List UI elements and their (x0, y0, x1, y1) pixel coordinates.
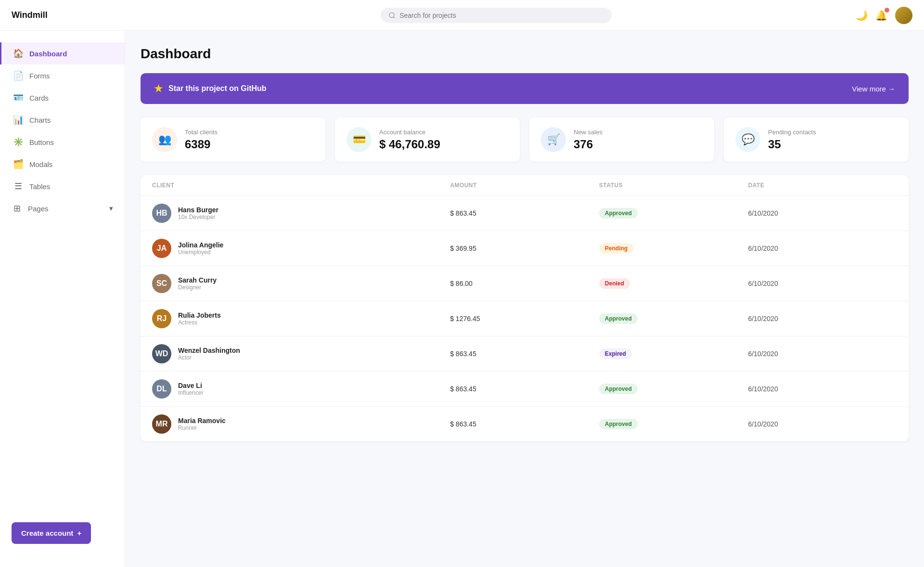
stat-card-pending-contacts: 💬 Pending contacts 35 (724, 117, 909, 162)
avatar-initials: MR (152, 414, 171, 434)
notifications-icon[interactable]: 🔔 (875, 10, 887, 21)
status-cell: Approved (599, 208, 748, 219)
create-account-button[interactable]: Create account + (12, 522, 91, 544)
client-role: Runner (178, 425, 226, 431)
status-badge: Expired (599, 348, 632, 359)
total-clients-label: Total clients (185, 129, 218, 136)
avatar-initials: RJ (152, 309, 171, 328)
table-row[interactable]: HB Hans Burger 10x Developer $ 863.45 Ap… (141, 196, 909, 231)
brand-logo: Windmill (12, 10, 137, 20)
date-cell: 6/10/2020 (748, 245, 897, 252)
client-name: Hans Burger (178, 206, 218, 214)
nav-pages-left: ⊞ Pages (12, 203, 49, 214)
avatar-initials: DL (152, 379, 171, 399)
topnav: Windmill 🌙 🔔 (0, 0, 924, 31)
date-cell: 6/10/2020 (748, 420, 897, 428)
total-clients-info: Total clients 6389 (185, 129, 218, 151)
chevron-down-icon: ▾ (109, 204, 113, 213)
client-name: Wenzel Dashington (178, 347, 240, 354)
main-content: Dashboard ★ Star this project on GitHub … (125, 31, 924, 567)
user-avatar[interactable] (895, 7, 912, 24)
sidebar-item-dashboard[interactable]: 🏠 Dashboard (0, 42, 125, 64)
page-title: Dashboard (141, 46, 909, 62)
search-container (137, 8, 856, 23)
avatar-initials: HB (152, 204, 171, 223)
sidebar-item-label-dashboard: Dashboard (29, 50, 67, 58)
client-avatar: MR (152, 414, 171, 434)
col-status: STATUS (599, 182, 748, 189)
sidebar-item-buttons[interactable]: ✳️ Buttons (0, 131, 125, 153)
table-row[interactable]: SC Sarah Curry Designer $ 86.00 Denied 6… (141, 266, 909, 301)
sidebar-item-tables[interactable]: ☰ Tables (0, 175, 125, 197)
client-role: Actress (178, 319, 221, 326)
new-sales-label: New sales (574, 129, 603, 136)
client-name: Jolina Angelie (178, 241, 223, 249)
amount-cell: $ 863.45 (450, 385, 599, 393)
date-cell: 6/10/2020 (748, 350, 897, 358)
charts-icon: 📊 (13, 115, 24, 125)
account-balance-icon: 💳 (346, 127, 372, 152)
pending-contacts-label: Pending contacts (768, 129, 816, 136)
theme-toggle-icon[interactable]: 🌙 (856, 10, 868, 21)
client-cell: SC Sarah Curry Designer (152, 274, 450, 293)
dashboard-icon: 🏠 (13, 48, 24, 59)
banner-view-more-link[interactable]: View more → (852, 85, 895, 93)
date-cell: 6/10/2020 (748, 280, 897, 287)
col-client: CLIENT (152, 182, 450, 189)
sidebar-item-label-forms: Forms (29, 72, 50, 80)
sidebar-item-modals[interactable]: 🗂️ Modals (0, 153, 125, 175)
client-role: Influencer (178, 389, 204, 396)
client-info: Dave Li Influencer (178, 382, 204, 396)
date-cell: 6/10/2020 (748, 209, 897, 217)
table-row[interactable]: MR Maria Ramovic Runner $ 863.45 Approve… (141, 407, 909, 441)
modals-icon: 🗂️ (13, 159, 24, 169)
status-cell: Expired (599, 348, 748, 359)
notification-badge (885, 8, 889, 13)
date-cell: 6/10/2020 (748, 315, 897, 322)
svg-point-0 (389, 13, 394, 17)
amount-cell: $ 369.95 (450, 245, 599, 252)
sidebar-item-label-modals: Modals (29, 160, 52, 168)
client-avatar: JA (152, 239, 171, 258)
banner-label: Star this project on GitHub (168, 84, 267, 93)
status-cell: Pending (599, 243, 748, 254)
client-cell: JA Jolina Angelie Unemployed (152, 239, 450, 258)
client-name: Maria Ramovic (178, 417, 226, 425)
status-cell: Denied (599, 278, 748, 289)
status-cell: Approved (599, 384, 748, 394)
account-balance-info: Account balance $ 46,760.89 (379, 129, 440, 151)
table-header: CLIENT AMOUNT STATUS DATE (141, 175, 909, 196)
client-info: Rulia Joberts Actress (178, 311, 221, 326)
sidebar-item-label-pages: Pages (28, 205, 49, 213)
transactions-table: CLIENT AMOUNT STATUS DATE HB Hans Burger… (141, 175, 909, 441)
client-info: Hans Burger 10x Developer (178, 206, 218, 220)
client-avatar: DL (152, 379, 171, 399)
sidebar-item-forms[interactable]: 📄 Forms (0, 64, 125, 87)
sidebar-item-label-cards: Cards (29, 94, 49, 102)
status-badge: Approved (599, 208, 638, 219)
stat-card-account-balance: 💳 Account balance $ 46,760.89 (335, 117, 520, 162)
client-avatar: WD (152, 344, 171, 363)
sidebar: 🏠 Dashboard 📄 Forms 🪪 Cards 📊 Charts ✳️ … (0, 31, 125, 567)
pending-contacts-info: Pending contacts 35 (768, 129, 816, 151)
table-row[interactable]: RJ Rulia Joberts Actress $ 1276.45 Appro… (141, 301, 909, 336)
sidebar-item-pages[interactable]: ⊞ Pages ▾ (0, 197, 125, 219)
client-info: Maria Ramovic Runner (178, 417, 226, 431)
table-row[interactable]: JA Jolina Angelie Unemployed $ 369.95 Pe… (141, 231, 909, 266)
client-avatar: SC (152, 274, 171, 293)
create-account-plus-icon: + (77, 529, 81, 537)
total-clients-icon: 👥 (152, 127, 177, 152)
pending-contacts-value: 35 (768, 138, 816, 151)
create-account-label: Create account (21, 529, 73, 537)
table-row[interactable]: WD Wenzel Dashington Actor $ 863.45 Expi… (141, 336, 909, 372)
github-banner: ★ Star this project on GitHub View more … (141, 73, 909, 104)
topnav-actions: 🌙 🔔 (856, 7, 912, 24)
new-sales-icon: 🛒 (541, 127, 566, 152)
pending-contacts-icon: 💬 (735, 127, 760, 152)
sidebar-item-cards[interactable]: 🪪 Cards (0, 87, 125, 109)
search-input[interactable] (399, 12, 604, 19)
sidebar-item-charts[interactable]: 📊 Charts (0, 109, 125, 131)
client-role: Actor (178, 354, 240, 361)
cards-icon: 🪪 (13, 92, 24, 103)
table-row[interactable]: DL Dave Li Influencer $ 863.45 Approved … (141, 372, 909, 407)
